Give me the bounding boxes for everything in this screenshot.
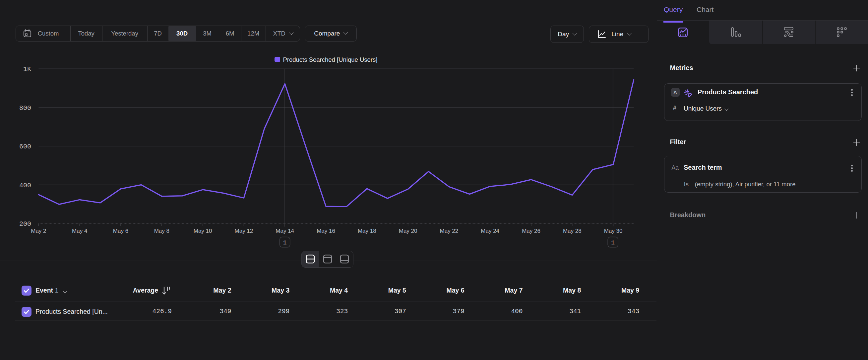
svg-text:May 28: May 28: [563, 228, 582, 234]
svg-text:May 24: May 24: [481, 228, 499, 234]
svg-text:May 20: May 20: [399, 228, 417, 234]
svg-text:800: 800: [19, 104, 31, 112]
svg-text:May 4: May 4: [72, 228, 87, 234]
svg-text:May 16: May 16: [317, 228, 335, 234]
svg-text:200: 200: [19, 220, 31, 228]
svg-text:May 2: May 2: [31, 228, 46, 234]
svg-text:May 22: May 22: [440, 228, 459, 234]
svg-text:May 10: May 10: [194, 228, 212, 234]
svg-text:May 26: May 26: [522, 228, 540, 234]
svg-text:1: 1: [283, 240, 287, 246]
svg-text:May 30: May 30: [604, 228, 623, 234]
svg-text:1: 1: [611, 240, 615, 246]
svg-text:1K: 1K: [23, 65, 31, 73]
svg-text:600: 600: [19, 143, 31, 150]
svg-text:May 14: May 14: [276, 228, 294, 234]
svg-text:May 18: May 18: [358, 228, 376, 234]
svg-text:May 8: May 8: [154, 228, 169, 234]
svg-text:400: 400: [19, 182, 31, 189]
svg-text:May 12: May 12: [235, 228, 253, 234]
svg-text:May 6: May 6: [113, 228, 128, 234]
